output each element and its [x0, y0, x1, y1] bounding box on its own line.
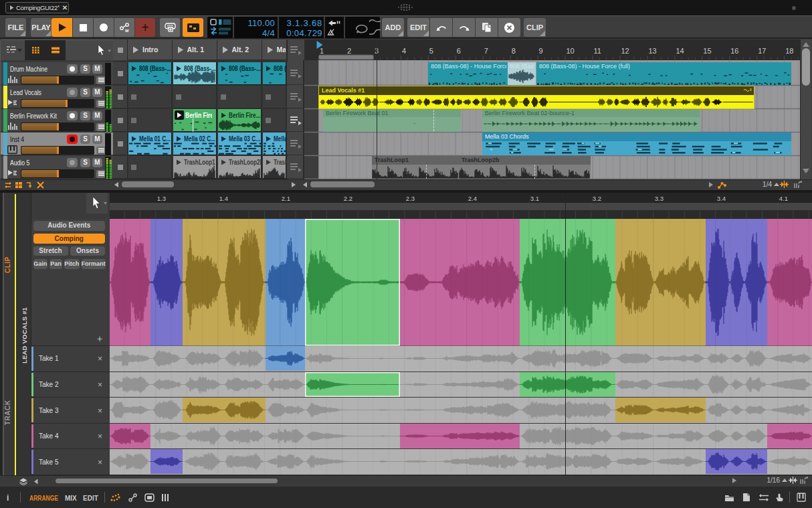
svg-text:1.3: 1.3 [157, 195, 166, 202]
svg-text:3.4: 3.4 [717, 195, 726, 202]
svg-text:2.3: 2.3 [406, 195, 415, 202]
svg-text:TRACK: TRACK [4, 400, 11, 425]
svg-text:3.1: 3.1 [530, 195, 539, 202]
svg-text:3.2: 3.2 [593, 195, 601, 202]
svg-text:3.3: 3.3 [655, 195, 664, 202]
svg-text:1.4: 1.4 [219, 195, 228, 202]
svg-text:4.1: 4.1 [779, 195, 788, 202]
svg-text:2.1: 2.1 [282, 195, 290, 202]
svg-text:LEAD VOCALS #1: LEAD VOCALS #1 [21, 307, 28, 363]
svg-text:CLIP: CLIP [4, 256, 11, 273]
svg-text:2.4: 2.4 [468, 195, 477, 202]
svg-text:2.2: 2.2 [344, 195, 352, 202]
